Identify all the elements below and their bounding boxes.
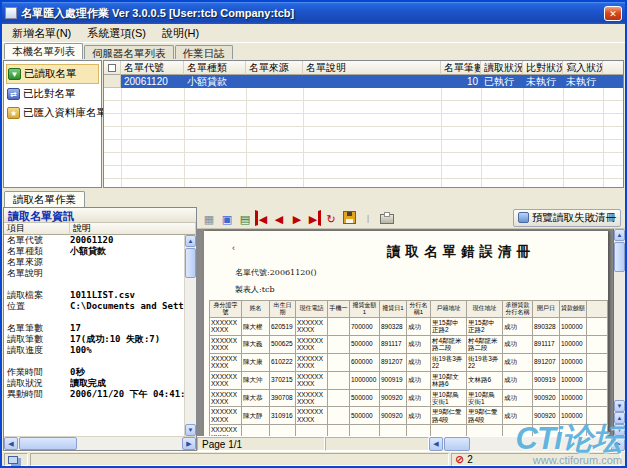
report-vertical-scrollbar[interactable]: ▲ ▼ ▲ ▼ <box>613 229 625 436</box>
report-title: 讀取名單錯誤清冊 <box>387 243 605 261</box>
report-cell <box>328 389 350 407</box>
column-header[interactable]: 讀取狀況 <box>481 61 523 75</box>
report-cell: 1000000 <box>350 371 380 389</box>
sidebar-item[interactable]: ⇄ 已比對名單 <box>6 85 99 103</box>
page-up-icon[interactable]: ▲ <box>614 412 625 424</box>
report-cell: 900920 <box>533 407 560 425</box>
column-header[interactable]: 名單種類 <box>184 61 246 75</box>
info-row <box>4 312 184 323</box>
cell-desc <box>303 75 441 88</box>
menu-item[interactable]: 系統選項(S) <box>79 24 154 43</box>
report-cell <box>533 425 560 436</box>
report-cell: 100000 <box>560 371 587 389</box>
column-header[interactable]: 比對狀況 <box>523 61 563 75</box>
report-page-viewer: ‹ 讀取名單錯誤清冊 名單代號:20061120() 製表人:tcb 身分證字號… <box>197 229 625 436</box>
menu-item[interactable]: 說明(H) <box>154 24 207 43</box>
column-header[interactable]: 名單來源 <box>246 61 303 75</box>
report-cell: 成功 <box>407 407 431 425</box>
scroll-up-icon[interactable]: ▲ <box>185 235 196 247</box>
report-cell: 里15鄰中正路2 <box>431 317 467 335</box>
menu-item[interactable]: 新增名單(N) <box>4 24 79 43</box>
report-cell: 成功 <box>503 407 533 425</box>
report-cell: 500000 <box>350 389 380 407</box>
next-page-icon[interactable]: ▶ <box>289 210 305 226</box>
scroll-right-icon[interactable]: ▶ <box>182 437 196 450</box>
report-cell <box>587 407 608 425</box>
scroll-down-icon[interactable]: ▼ <box>185 424 196 436</box>
report-cell <box>328 371 350 389</box>
info-row: 位置 C:\Documents and Settings <box>4 301 184 312</box>
report-cell: XXXXXXXXXX <box>296 389 328 407</box>
scroll-thumb[interactable] <box>614 242 625 272</box>
scroll-up-icon[interactable]: ▲ <box>614 229 625 241</box>
save-icon[interactable] <box>343 211 356 224</box>
main-tab[interactable]: 作業日誌 <box>175 45 233 59</box>
report-header-row: 身分證字號姓名出生日期現住電話手機一撥貸金額1撥貸日1分行名稱1戶籍地址現住地址… <box>210 301 608 318</box>
info-row <box>4 356 184 367</box>
report-cell: 成功 <box>407 335 431 353</box>
prev-page-icon[interactable]: ◀ <box>271 210 287 226</box>
preview-fail-list-button[interactable]: 預覽讀取失敗清冊 <box>513 209 621 227</box>
report-cell: 610222 <box>270 353 296 371</box>
main-tab[interactable]: 本機名單列表 <box>4 43 83 59</box>
sidebar-item[interactable]: ★ 已匯入資料庫名單 <box>6 104 99 122</box>
report-cell: 成功 <box>503 353 533 371</box>
main-tab[interactable]: 伺服器名單列表 <box>84 45 174 59</box>
cell-code: 20061120 <box>121 75 184 88</box>
scroll-thumb[interactable] <box>185 248 196 278</box>
tab-read-list-job[interactable]: 讀取名單作業 <box>4 191 85 207</box>
scroll-thumb[interactable] <box>19 437 77 450</box>
info-col-item[interactable]: 項目 <box>4 223 70 235</box>
scroll-right-icon[interactable]: ▶ <box>611 437 625 451</box>
last-page-icon[interactable]: ▶ <box>307 210 321 226</box>
column-header[interactable]: 名單筆數 <box>441 61 481 75</box>
title-bar[interactable]: 名單匯入處理作業 Ver 3.0.0.5 [User:tcb Company:t… <box>2 2 625 24</box>
report-cell <box>587 353 608 371</box>
report-cell: 900919 <box>380 371 407 389</box>
scroll-thumb[interactable] <box>444 437 470 451</box>
report-row: XXXXXXXXXX陳大靜310916XXXXXXXXXX50000090092… <box>210 407 608 425</box>
scroll-left-icon[interactable]: ◀ <box>4 437 18 450</box>
cell-write-status: 未執行 <box>563 75 603 88</box>
checkbox-icon[interactable] <box>108 64 116 72</box>
column-header[interactable]: 名單說明 <box>303 61 441 75</box>
status-message-area <box>30 453 449 466</box>
column-header[interactable]: 名單代號 <box>121 61 184 75</box>
report-cell: 成功 <box>407 371 431 389</box>
first-page-icon[interactable]: ◀ <box>255 210 269 226</box>
compare-list-icon: ⇄ <box>7 88 20 100</box>
report-row: XXXXXXXXXX陳大康610222XXXXXXXXXX60000089120… <box>210 353 608 371</box>
row-selector[interactable] <box>104 75 121 88</box>
refresh-icon[interactable]: ↻ <box>323 210 339 226</box>
select-all-header[interactable] <box>104 61 121 75</box>
report-cell: XXXXXXXXXX <box>210 425 242 436</box>
report-cell <box>328 353 350 371</box>
info-col-desc[interactable]: 說明 <box>70 223 196 235</box>
info-row: 讀取狀況 讀取完成 <box>4 378 184 389</box>
page-down-icon[interactable]: ▼ <box>614 424 625 436</box>
report-cell: 里10鄰鳥安街1 <box>431 389 467 407</box>
scroll-down-icon[interactable]: ▼ <box>614 400 625 412</box>
report-cell: 891117 <box>380 335 407 353</box>
toggle-group-tree-icon[interactable]: ▦ <box>201 210 217 226</box>
text-search-icon[interactable]: I <box>360 210 376 226</box>
scroll-left-icon[interactable]: ◀ <box>429 437 443 451</box>
info-row: 名單來源 <box>4 257 184 268</box>
report-cell: 100000 <box>560 407 587 425</box>
report-column-header <box>587 301 608 318</box>
column-header[interactable]: 寫入狀況 <box>563 61 603 75</box>
report-horizontal-scrollbar[interactable]: ◀ ▶ <box>429 437 625 451</box>
info-vertical-scrollbar[interactable]: ▲ ▼ <box>184 235 196 436</box>
report-cell <box>587 371 608 389</box>
list-row-selected[interactable]: 20061120 小額貸款 10 已執行 未執行 未執行 <box>104 75 623 88</box>
info-horizontal-scrollbar[interactable]: ◀ ▶ <box>4 436 196 450</box>
export-icon[interactable]: ▤ <box>237 210 253 226</box>
close-button[interactable]: ✕ <box>604 6 622 21</box>
report-column-header: 手機一 <box>328 301 350 318</box>
report-cell: 620519 <box>270 317 296 335</box>
info-table-body: 名單代號 20061120 名單種類 小額貸款 名單來源 <box>4 235 196 436</box>
report-cell: XXXXXXXXXX <box>210 407 242 425</box>
print-icon[interactable] <box>380 214 394 224</box>
sidebar-item[interactable]: ▼ 已讀取名單 <box>6 64 99 84</box>
print-setup-icon[interactable]: ▣ <box>219 210 235 226</box>
